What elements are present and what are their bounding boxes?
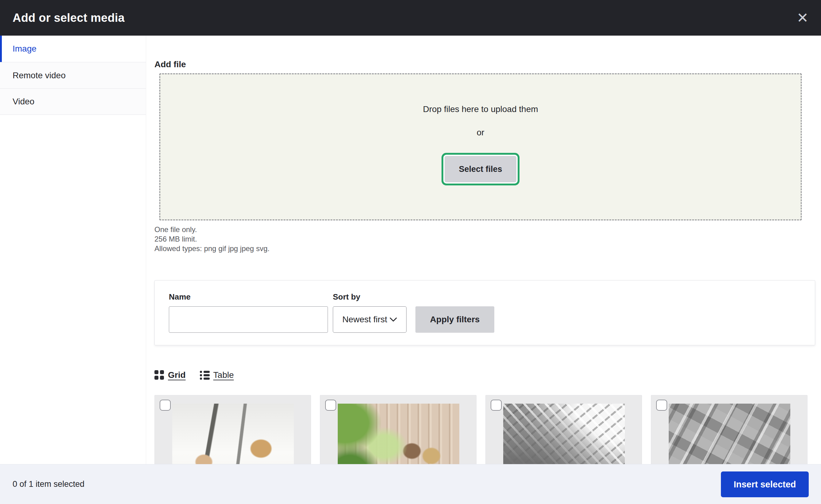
close-icon: ✕ <box>797 11 809 25</box>
media-item-3-checkbox[interactable] <box>491 400 502 411</box>
media-item-1-checkbox[interactable] <box>160 400 171 411</box>
tab-video[interactable]: Video <box>0 88 146 115</box>
tab-remote-video[interactable]: Remote video <box>0 62 146 88</box>
upload-constraints: One file only. 256 MB limit. Allowed typ… <box>154 225 270 253</box>
dialog-title: Add or select media <box>13 11 125 25</box>
grid-view-icon <box>154 370 164 380</box>
file-dropzone[interactable]: Drop files here to upload them or Select… <box>159 73 802 220</box>
constraint-size-limit: 256 MB limit. <box>154 234 270 244</box>
constraint-allowed-types: Allowed types: png gif jpg jpeg svg. <box>154 244 270 253</box>
selection-status: 0 of 1 item selected <box>13 479 84 489</box>
table-view-label: Table <box>213 370 234 380</box>
insert-selected-button[interactable]: Insert selected <box>721 471 809 497</box>
add-file-label: Add file <box>154 60 186 69</box>
dialog-header: Add or select media ✕ <box>0 0 821 36</box>
table-view-link[interactable]: Table <box>200 370 234 380</box>
close-button[interactable]: ✕ <box>793 8 812 28</box>
sort-by-selected-value: Newest first <box>342 315 387 324</box>
tab-image-label: Image <box>13 44 37 54</box>
chevron-down-icon <box>390 317 397 322</box>
dropzone-or-text: or <box>477 128 484 138</box>
dialog-footer: 0 of 1 item selected Insert selected <box>0 464 821 504</box>
tab-video-label: Video <box>13 97 34 107</box>
tab-image[interactable]: Image <box>0 36 146 62</box>
select-files-button[interactable]: Select files <box>445 156 516 182</box>
grid-view-link[interactable]: Grid <box>154 370 186 380</box>
filters-panel: Name Sort by Newest first Apply filters <box>154 280 815 345</box>
grid-view-label: Grid <box>168 370 186 380</box>
view-toggle: Grid Table <box>154 369 234 381</box>
constraint-file-count: One file only. <box>154 225 270 234</box>
name-filter-label: Name <box>169 292 191 302</box>
media-item-4-checkbox[interactable] <box>656 400 667 411</box>
dropzone-text: Drop files here to upload them <box>423 104 538 114</box>
apply-filters-button[interactable]: Apply filters <box>415 306 494 333</box>
sort-by-label: Sort by <box>333 292 360 302</box>
tab-remote-video-label: Remote video <box>13 71 66 80</box>
media-type-sidebar: Image Remote video Video <box>0 36 146 464</box>
table-view-icon <box>200 370 210 380</box>
name-filter-input[interactable] <box>169 306 328 333</box>
sort-by-select[interactable]: Newest first <box>333 306 407 333</box>
media-library-dialog: Add or select media ✕ Image Remote video… <box>0 0 821 504</box>
media-item-2-checkbox[interactable] <box>325 400 336 411</box>
